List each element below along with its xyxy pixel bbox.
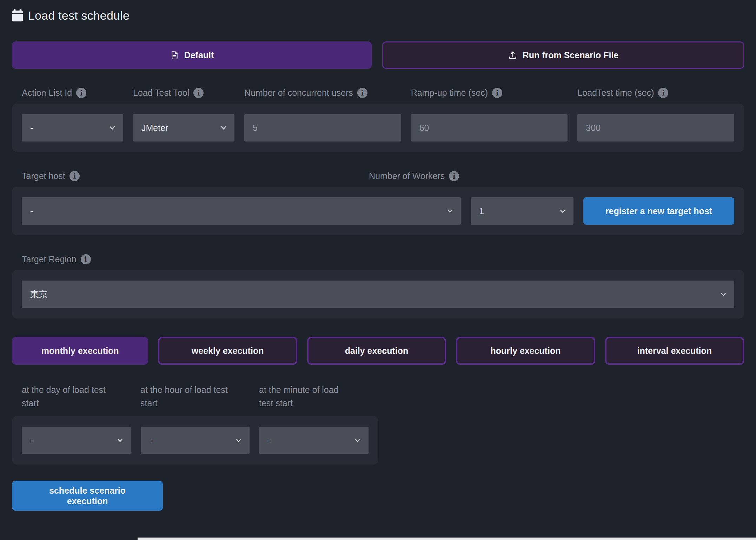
- minute-of-start-value: -: [268, 435, 271, 446]
- load-test-tool-label: Load Test Tool i: [133, 88, 234, 98]
- daily-execution-button[interactable]: daily execution: [307, 337, 446, 365]
- day-of-start-label: at the day of load test start: [22, 383, 131, 410]
- load-test-time-input[interactable]: [577, 114, 734, 141]
- info-icon[interactable]: i: [492, 88, 502, 98]
- info-icon[interactable]: i: [357, 88, 367, 98]
- ramp-up-time-label: Ramp-up time (sec) i: [411, 88, 568, 98]
- workers-value: 1: [479, 206, 484, 216]
- minute-of-start-label: at the minute of load test start: [259, 383, 368, 410]
- page-header: Load test schedule: [0, 0, 756, 22]
- run-from-scenario-file-label: Run from Scenario File: [523, 50, 619, 60]
- day-of-start-value: -: [30, 435, 33, 446]
- day-of-start-select[interactable]: -: [22, 427, 131, 454]
- concurrent-users-input[interactable]: [244, 114, 401, 141]
- time-select-panel: - - -: [12, 416, 378, 465]
- load-test-time-label: LoadTest time (sec) i: [577, 88, 734, 98]
- action-list-id-label: Action List Id i: [22, 88, 123, 98]
- target-host-select[interactable]: -: [22, 197, 461, 225]
- minute-of-start-select[interactable]: -: [259, 427, 369, 454]
- page-title: Load test schedule: [28, 9, 130, 22]
- region-labels-row: Target Region i: [12, 254, 744, 264]
- default-mode-button[interactable]: Default: [12, 41, 372, 69]
- register-target-host-button[interactable]: register a new target host: [583, 197, 734, 225]
- chevron-down-icon: [446, 207, 454, 215]
- mode-button-row: Default Run from Scenario File: [12, 41, 744, 69]
- hour-of-start-label: at the hour of load test start: [140, 383, 249, 410]
- workers-select[interactable]: 1: [471, 197, 573, 225]
- schedule-scenario-execution-button[interactable]: schedule scenario execution: [12, 481, 163, 511]
- action-list-id-select[interactable]: -: [22, 114, 123, 141]
- execution-mode-row: monthly execution weekly execution daily…: [12, 337, 744, 365]
- monthly-execution-button[interactable]: monthly execution: [12, 337, 148, 365]
- info-icon[interactable]: i: [81, 254, 91, 264]
- concurrent-users-label: Number of concurrent users i: [244, 88, 401, 98]
- target-host-panel: - 1 register a new target host: [12, 187, 744, 235]
- target-region-value: 東京: [30, 289, 48, 300]
- chevron-down-icon: [220, 124, 227, 132]
- info-icon[interactable]: i: [449, 171, 459, 181]
- load-test-tool-select[interactable]: JMeter: [133, 114, 234, 141]
- chevron-down-icon: [559, 207, 566, 215]
- interval-execution-button[interactable]: interval execution: [605, 337, 744, 365]
- number-of-workers-label: Number of Workers i: [369, 171, 573, 181]
- param-panel: - JMeter: [12, 104, 744, 152]
- chevron-down-icon: [108, 124, 116, 132]
- horizontal-scrollbar[interactable]: [138, 538, 756, 540]
- info-icon[interactable]: i: [193, 88, 204, 98]
- hourly-execution-button[interactable]: hourly execution: [456, 337, 595, 365]
- hour-of-start-value: -: [149, 435, 152, 446]
- host-labels-row: Target host i Number of Workers i: [12, 171, 744, 181]
- target-host-value: -: [30, 206, 33, 216]
- hour-of-start-select[interactable]: -: [141, 427, 250, 454]
- weekly-execution-button[interactable]: weekly execution: [158, 337, 297, 365]
- ramp-up-time-input[interactable]: [411, 114, 568, 141]
- info-icon[interactable]: i: [69, 171, 80, 181]
- chevron-down-icon: [116, 436, 124, 444]
- calendar-icon: [11, 8, 25, 22]
- run-from-scenario-file-button[interactable]: Run from Scenario File: [382, 41, 744, 69]
- info-icon[interactable]: i: [76, 88, 86, 98]
- load-test-tool-value: JMeter: [141, 123, 168, 133]
- target-region-label: Target Region i: [22, 254, 734, 264]
- default-mode-label: Default: [184, 50, 214, 60]
- target-region-panel: 東京: [12, 270, 744, 318]
- target-region-select[interactable]: 東京: [22, 281, 734, 308]
- info-icon[interactable]: i: [658, 88, 668, 98]
- time-labels-row: at the day of load test start at the hou…: [22, 383, 367, 410]
- chevron-down-icon: [354, 436, 362, 444]
- upload-icon: [508, 50, 518, 60]
- chevron-down-icon: [235, 436, 243, 444]
- action-list-id-value: -: [30, 123, 33, 133]
- chevron-down-icon: [719, 290, 727, 298]
- file-icon: [170, 51, 179, 60]
- param-labels-row: Action List Id i Load Test Tool i Number…: [12, 88, 744, 98]
